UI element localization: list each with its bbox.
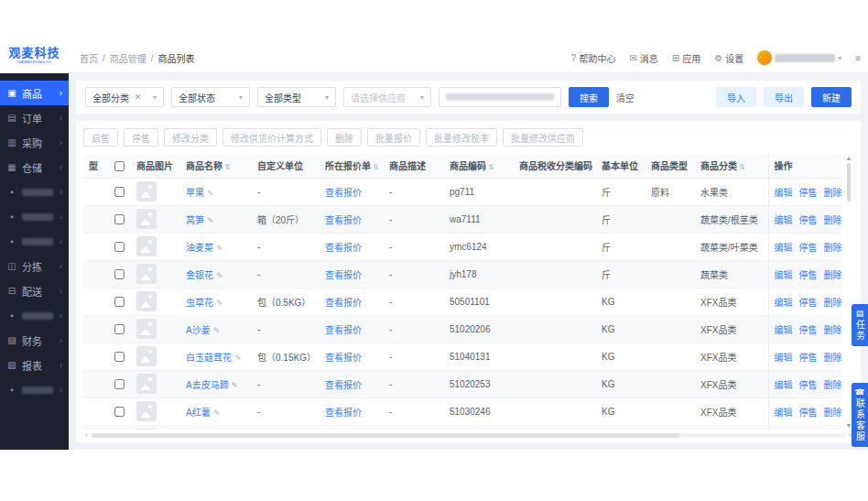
product-name-link[interactable]: A红薯 bbox=[186, 408, 211, 418]
breadcrumb-section[interactable]: 商品管理 bbox=[110, 51, 146, 65]
sidebar-item-redacted[interactable]: ▪› bbox=[0, 377, 69, 402]
view-quote-link[interactable]: 查看报价 bbox=[325, 353, 362, 363]
sidebar-item-report[interactable]: ▧报表› bbox=[0, 353, 69, 377]
row-op-1[interactable]: 停售 bbox=[799, 215, 818, 225]
sidebar-item-finance[interactable]: ▨财务› bbox=[0, 328, 69, 353]
sidebar-item-redacted[interactable]: ▪› bbox=[0, 303, 69, 328]
view-quote-link[interactable]: 查看报价 bbox=[325, 270, 362, 280]
row-op-2[interactable]: 删除 bbox=[824, 380, 842, 390]
view-quote-link[interactable]: 查看报价 bbox=[325, 243, 362, 253]
row-checkbox[interactable] bbox=[114, 407, 125, 417]
status-filter-select[interactable]: 全部状态 ▾ bbox=[171, 87, 250, 107]
edit-pencil-icon[interactable]: ✎ bbox=[232, 381, 239, 390]
row-op-1[interactable]: 停售 bbox=[799, 188, 818, 198]
row-op-0[interactable]: 编辑 bbox=[775, 408, 793, 418]
row-op-0[interactable]: 编辑 bbox=[775, 243, 793, 253]
sort-icon[interactable]: ⇅ bbox=[739, 163, 745, 171]
row-checkbox[interactable] bbox=[114, 214, 125, 224]
sort-icon[interactable]: ⇅ bbox=[488, 163, 494, 171]
view-quote-link[interactable]: 查看报价 bbox=[325, 325, 362, 335]
view-quote-link[interactable]: 查看报价 bbox=[325, 408, 362, 418]
edit-pencil-icon[interactable]: ✎ bbox=[213, 408, 221, 418]
edit-pencil-icon[interactable]: ✎ bbox=[213, 326, 221, 335]
apps-button[interactable]: ⊞ 应用 bbox=[672, 51, 700, 65]
row-op-1[interactable]: 停售 bbox=[799, 325, 818, 335]
row-op-1[interactable]: 停售 bbox=[799, 353, 818, 363]
row-checkbox[interactable] bbox=[114, 379, 125, 389]
row-op-1[interactable]: 停售 bbox=[799, 243, 818, 253]
scroll-up-icon[interactable]: ▲ bbox=[846, 155, 852, 161]
clear-filters-button[interactable]: 清空 bbox=[616, 91, 635, 104]
remove-category-filter-icon[interactable]: ✕ bbox=[135, 93, 142, 102]
row-checkbox[interactable] bbox=[114, 324, 125, 334]
row-op-0[interactable]: 编辑 bbox=[775, 188, 793, 198]
row-checkbox[interactable] bbox=[114, 297, 125, 307]
edit-pencil-icon[interactable]: ✎ bbox=[234, 354, 242, 363]
sidebar-item-goods[interactable]: ▣商品› bbox=[0, 81, 69, 105]
row-op-2[interactable]: 删除 bbox=[824, 243, 842, 253]
sort-icon[interactable]: ⇅ bbox=[373, 163, 379, 171]
product-name-link[interactable]: 莴笋 bbox=[186, 215, 204, 225]
sidebar-item-warehouse[interactable]: ▦仓储› bbox=[0, 155, 69, 180]
edit-pencil-icon[interactable]: ✎ bbox=[207, 216, 214, 225]
task-float-button[interactable]: ▤ 任务 bbox=[852, 304, 868, 346]
batch-button-6[interactable]: 批量修改税率 bbox=[426, 128, 497, 147]
view-quote-link[interactable]: 查看报价 bbox=[325, 298, 362, 308]
row-op-2[interactable]: 删除 bbox=[824, 188, 842, 198]
edit-pencil-icon[interactable]: ✎ bbox=[216, 271, 223, 280]
settings-button[interactable]: ⚙ 设置 bbox=[714, 51, 743, 65]
sidebar-item-delivery[interactable]: ⊟配送› bbox=[0, 278, 69, 303]
product-name-link[interactable]: A沙姜 bbox=[186, 325, 211, 335]
batch-button-0[interactable]: 启售 bbox=[83, 128, 118, 147]
edit-pencil-icon[interactable]: ✎ bbox=[216, 299, 223, 308]
vertical-scroll-track[interactable] bbox=[847, 161, 851, 422]
batch-button-2[interactable]: 修改分类 bbox=[164, 128, 217, 147]
create-button[interactable]: 新建 bbox=[811, 87, 852, 107]
product-name-link[interactable]: 油麦菜 bbox=[186, 243, 213, 253]
vertical-scroll-thumb[interactable] bbox=[847, 163, 851, 201]
row-checkbox[interactable] bbox=[114, 187, 125, 197]
row-op-0[interactable]: 编辑 bbox=[775, 325, 793, 335]
type-filter-select[interactable]: 全部类型 ▾ bbox=[257, 87, 336, 107]
sidebar-item-redacted[interactable]: ▪› bbox=[0, 204, 69, 229]
select-all-checkbox[interactable] bbox=[114, 161, 125, 171]
supplier-filter-select[interactable]: 请选择供应商 ▾ bbox=[343, 87, 431, 107]
row-op-2[interactable]: 删除 bbox=[824, 215, 842, 225]
edit-pencil-icon[interactable]: ✎ bbox=[207, 189, 214, 198]
row-checkbox[interactable] bbox=[114, 269, 125, 279]
row-op-2[interactable]: 删除 bbox=[824, 270, 842, 280]
sort-icon[interactable]: ⇅ bbox=[224, 163, 231, 171]
product-name-link[interactable]: 苹果 bbox=[186, 188, 204, 198]
sidebar-item-order[interactable]: ▤订单› bbox=[0, 105, 69, 130]
batch-button-1[interactable]: 停售 bbox=[124, 128, 158, 147]
view-quote-link[interactable]: 查看报价 bbox=[325, 215, 362, 225]
row-op-0[interactable]: 编辑 bbox=[775, 215, 793, 225]
export-button[interactable]: 导出 bbox=[764, 87, 804, 107]
collapse-icon[interactable]: ≡ bbox=[855, 53, 861, 63]
edit-pencil-icon[interactable]: ✎ bbox=[216, 244, 223, 253]
row-op-2[interactable]: 删除 bbox=[824, 325, 842, 335]
breadcrumb-home[interactable]: 首页 bbox=[80, 51, 98, 65]
sidebar-item-purchase[interactable]: ▥采购› bbox=[0, 130, 69, 155]
batch-button-4[interactable]: 删除 bbox=[327, 128, 362, 147]
help-center-button[interactable]: ? 帮助中心 bbox=[571, 51, 616, 65]
row-op-1[interactable]: 停售 bbox=[799, 270, 818, 280]
row-checkbox[interactable] bbox=[114, 242, 125, 252]
batch-button-5[interactable]: 批量报价 bbox=[367, 128, 420, 147]
sidebar-item-sorting[interactable]: ◫分拣› bbox=[0, 254, 69, 278]
view-quote-link[interactable]: 查看报价 bbox=[325, 188, 362, 198]
horizontal-scrollbar[interactable]: ‹ › bbox=[83, 430, 853, 441]
sidebar-item-redacted[interactable]: ▪› bbox=[0, 180, 69, 204]
view-quote-link[interactable]: 查看报价 bbox=[325, 380, 362, 390]
row-op-2[interactable]: 删除 bbox=[824, 353, 842, 363]
row-op-1[interactable]: 停售 bbox=[799, 408, 818, 418]
row-op-0[interactable]: 编辑 bbox=[775, 380, 793, 390]
horizontal-scroll-track[interactable] bbox=[92, 433, 845, 438]
product-name-link[interactable]: 白玉菇茸花 bbox=[186, 353, 232, 363]
row-op-0[interactable]: 编辑 bbox=[775, 270, 793, 280]
row-checkbox[interactable] bbox=[114, 352, 125, 362]
row-op-2[interactable]: 删除 bbox=[824, 408, 842, 418]
scroll-left-icon[interactable]: ‹ bbox=[85, 430, 88, 440]
contact-service-float-button[interactable]: ☎ 联系客服 bbox=[852, 383, 868, 447]
product-name-link[interactable]: A去皮马蹄 bbox=[186, 380, 229, 390]
